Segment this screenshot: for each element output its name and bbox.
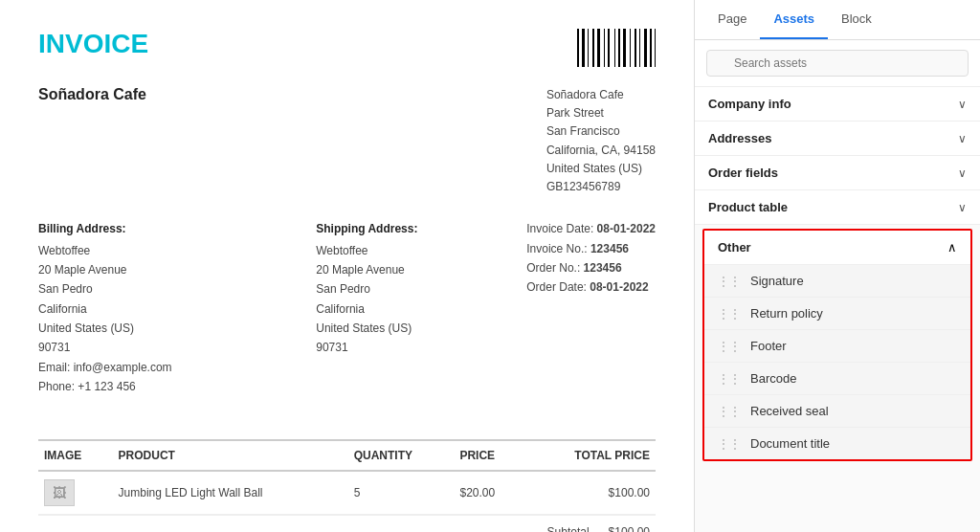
chevron-product-table-icon: ∨ [958, 201, 967, 214]
cell-image: 🖼 [38, 471, 113, 515]
other-section: Other ∧ ⋮⋮Signature⋮⋮Return policy⋮⋮Foot… [702, 229, 972, 461]
section-title-product-table: Product table [708, 200, 788, 214]
asset-item-footer[interactable]: ⋮⋮Footer [704, 330, 970, 363]
invoice-header: INVOICE [38, 29, 656, 67]
other-section-title: Other [718, 240, 751, 255]
section-header-product-table[interactable]: Product table∨ [695, 190, 980, 225]
asset-label-return-policy: Return policy [750, 306, 823, 321]
drag-icon-return-policy: ⋮⋮ [718, 307, 741, 321]
sections-container: Company info∨Addresses∨Order fields∨Prod… [695, 87, 980, 225]
cell-price: $20.00 [454, 471, 524, 515]
chevron-addresses-icon: ∨ [958, 132, 967, 145]
asset-label-received-seal: Received seal [750, 404, 829, 418]
panel-tabs: Page Assets Block [695, 0, 980, 40]
cell-product: Jumbing LED Light Wall Ball [113, 471, 348, 515]
asset-item-barcode[interactable]: ⋮⋮Barcode [704, 363, 970, 395]
product-table: IMAGE PRODUCT QUANTITY PRICE TOTAL PRICE… [38, 439, 656, 515]
tab-block[interactable]: Block [828, 0, 885, 39]
section-header-addresses[interactable]: Addresses∨ [695, 122, 980, 156]
subtotal-value: $100.00 [609, 525, 650, 532]
shipping-address: Shipping Address: Webtoffee 20 Maple Ave… [316, 219, 526, 397]
drag-icon-footer: ⋮⋮ [718, 340, 741, 353]
other-items-container: ⋮⋮Signature⋮⋮Return policy⋮⋮Footer⋮⋮Barc… [704, 265, 970, 459]
barcode-image [577, 29, 656, 67]
chevron-company-info-icon: ∨ [958, 98, 967, 111]
other-chevron-icon: ∧ [947, 240, 957, 255]
company-section: Soñadora Cafe Soñadora Cafe Park Street … [38, 86, 656, 196]
asset-item-signature[interactable]: ⋮⋮Signature [704, 265, 970, 298]
other-section-header[interactable]: Other ∧ [704, 231, 970, 265]
billing-address: Billing Address: Webtoffee 20 Maple Aven… [38, 219, 249, 397]
table-row: 🖼 Jumbing LED Light Wall Ball 5 $20.00 $… [38, 471, 656, 515]
drag-icon-barcode: ⋮⋮ [718, 372, 741, 386]
col-product: PRODUCT [113, 440, 348, 471]
tab-assets[interactable]: Assets [760, 0, 828, 39]
invoice-meta: Invoice Date: 08-01-2022 Invoice No.: 12… [526, 219, 656, 420]
col-quantity: QUANTITY [348, 440, 455, 471]
asset-label-footer: Footer [750, 339, 787, 353]
search-box: 🔍 [695, 40, 980, 87]
search-input[interactable] [706, 50, 969, 77]
cell-total: $100.00 [524, 471, 656, 515]
asset-label-signature: Signature [750, 274, 804, 288]
subtotal-row: Subtotal $100.00 [38, 515, 656, 532]
search-wrapper: 🔍 [706, 50, 969, 77]
col-image: IMAGE [38, 440, 113, 471]
section-header-company-info[interactable]: Company info∨ [695, 87, 980, 122]
drag-icon-document-title: ⋮⋮ [718, 437, 741, 451]
addresses-meta-row: Billing Address: Webtoffee 20 Maple Aven… [38, 219, 656, 420]
invoice-panel: INVOICE [0, 0, 695, 532]
tab-page[interactable]: Page [704, 0, 760, 39]
product-image-placeholder: 🖼 [44, 479, 75, 506]
assets-panel: Page Assets Block 🔍 Company info∨Address… [695, 0, 980, 532]
col-total: TOTAL PRICE [524, 440, 656, 471]
chevron-order-fields-icon: ∨ [958, 166, 967, 180]
section-title-addresses: Addresses [708, 131, 771, 145]
asset-label-document-title: Document title [750, 436, 830, 451]
drag-icon-received-seal: ⋮⋮ [718, 405, 741, 418]
drag-icon-signature: ⋮⋮ [718, 275, 741, 288]
asset-item-received-seal[interactable]: ⋮⋮Received seal [704, 395, 970, 428]
section-title-order-fields: Order fields [708, 166, 778, 180]
subtotal-label: Subtotal [547, 525, 590, 532]
asset-item-return-policy[interactable]: ⋮⋮Return policy [704, 298, 970, 330]
asset-item-document-title[interactable]: ⋮⋮Document title [704, 428, 970, 459]
company-name: Soñadora Cafe [38, 86, 146, 196]
invoice-title: INVOICE [38, 29, 148, 59]
cell-quantity: 5 [348, 471, 455, 515]
section-header-order-fields[interactable]: Order fields∨ [695, 156, 980, 190]
company-address: Soñadora Cafe Park Street San Francisco … [546, 86, 656, 196]
asset-label-barcode: Barcode [750, 371, 796, 386]
col-price: PRICE [454, 440, 524, 471]
addresses-section: Billing Address: Webtoffee 20 Maple Aven… [38, 219, 526, 397]
section-title-company-info: Company info [708, 97, 791, 111]
